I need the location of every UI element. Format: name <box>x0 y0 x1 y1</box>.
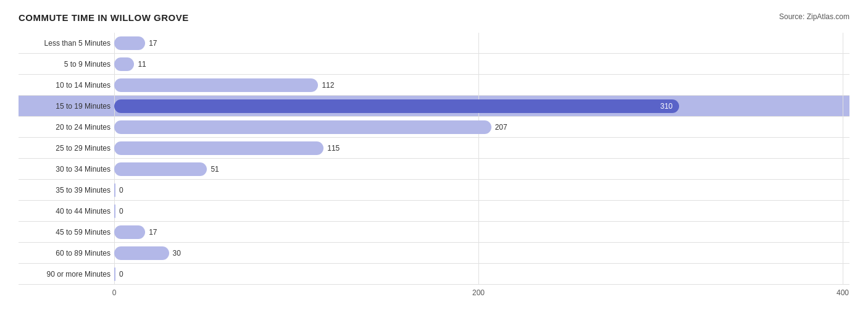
grid-line <box>478 54 479 74</box>
x-tick: 0 <box>112 288 117 297</box>
bar-container: 112 <box>114 75 849 95</box>
chart-source: Source: ZipAtlas.com <box>779 12 849 21</box>
bar <box>114 246 169 260</box>
bar <box>114 267 115 281</box>
bar-row: 90 or more Minutes0 <box>19 264 849 285</box>
grid-line <box>478 33 479 53</box>
grid-line <box>478 201 479 221</box>
bar <box>114 225 145 239</box>
grid-line <box>843 159 843 179</box>
grid-line <box>478 264 479 284</box>
grid-line <box>843 222 843 242</box>
grid-line <box>478 222 479 242</box>
grid-line <box>478 138 479 158</box>
bar-value: 17 <box>149 228 157 237</box>
bar <box>114 162 207 176</box>
grid-line <box>843 243 843 263</box>
bar-label: Less than 5 Minutes <box>19 39 114 48</box>
bar-row: 20 to 24 Minutes207 <box>19 117 849 138</box>
bar-value: 207 <box>495 123 507 132</box>
bar <box>114 99 679 113</box>
bar-value: 112 <box>322 81 334 90</box>
bar-container: 51 <box>114 159 849 179</box>
bar-row: 40 to 44 Minutes0 <box>19 201 849 222</box>
bar-label: 25 to 29 Minutes <box>19 144 114 153</box>
x-tick: 400 <box>837 288 849 297</box>
bar-container: 0 <box>114 201 849 221</box>
bar-row: 10 to 14 Minutes112 <box>19 75 849 96</box>
bar-value: 30 <box>173 249 181 258</box>
bar-row: 25 to 29 Minutes115 <box>19 138 849 159</box>
bar <box>114 36 145 50</box>
bar-container: 17 <box>114 33 849 53</box>
x-tick: 200 <box>472 288 485 297</box>
grid-line <box>478 75 479 95</box>
bar-row: Less than 5 Minutes17 <box>19 33 849 54</box>
bar-label: 20 to 24 Minutes <box>19 123 114 132</box>
grid-line <box>478 159 479 179</box>
bar <box>114 183 115 197</box>
bar-container: 0 <box>114 180 849 200</box>
grid-line <box>843 33 843 53</box>
grid-line <box>843 264 843 284</box>
grid-line <box>843 96 843 116</box>
bar-value: 17 <box>149 39 157 48</box>
bar-value: 51 <box>211 165 219 174</box>
bar-container: 115 <box>114 138 849 158</box>
grid-line <box>843 117 843 137</box>
bar <box>114 78 318 92</box>
bar-value: 115 <box>327 144 340 153</box>
bar-container: 310 <box>114 96 849 116</box>
bar-label: 35 to 39 Minutes <box>19 186 114 195</box>
grid-line <box>843 201 843 221</box>
bar <box>114 120 491 134</box>
grid-line <box>843 75 843 95</box>
bar-container: 17 <box>114 222 849 242</box>
bar-label: 5 to 9 Minutes <box>19 60 114 69</box>
x-axis: 0200400 <box>114 288 849 301</box>
bar-label: 15 to 19 Minutes <box>19 102 114 111</box>
bar-label: 30 to 34 Minutes <box>19 165 114 174</box>
bar-value-zero: 0 <box>119 186 123 195</box>
grid-line <box>843 54 843 74</box>
chart-header: COMMUTE TIME IN WILLOW GROVE Source: Zip… <box>19 12 849 23</box>
bar-label: 10 to 14 Minutes <box>19 81 114 90</box>
grid-line <box>478 180 479 200</box>
bar-label: 45 to 59 Minutes <box>19 228 114 237</box>
bar-value-zero: 0 <box>119 207 123 216</box>
bar-row: 15 to 19 Minutes310 <box>19 96 849 117</box>
chart-area: Less than 5 Minutes175 to 9 Minutes1110 … <box>19 33 849 285</box>
grid-line <box>843 138 843 158</box>
bar-label: 40 to 44 Minutes <box>19 207 114 216</box>
bar-container: 207 <box>114 117 849 137</box>
bar-value-zero: 0 <box>119 270 123 279</box>
bar-row: 45 to 59 Minutes17 <box>19 222 849 243</box>
grid-line <box>843 180 843 200</box>
bar <box>114 141 323 155</box>
bar <box>114 204 115 218</box>
bar-container: 30 <box>114 243 849 263</box>
bar-container: 0 <box>114 264 849 284</box>
bar-row: 5 to 9 Minutes11 <box>19 54 849 75</box>
bar-value: 310 <box>661 102 673 111</box>
bar-value: 11 <box>138 60 146 69</box>
grid-line <box>478 243 479 263</box>
bar-row: 35 to 39 Minutes0 <box>19 180 849 201</box>
bar-label: 60 to 89 Minutes <box>19 249 114 258</box>
bar <box>114 57 134 71</box>
bar-row: 30 to 34 Minutes51 <box>19 159 849 180</box>
bar-label: 90 or more Minutes <box>19 270 114 279</box>
bar-row: 60 to 89 Minutes30 <box>19 243 849 264</box>
bar-container: 11 <box>114 54 849 74</box>
chart-title: COMMUTE TIME IN WILLOW GROVE <box>19 12 189 23</box>
